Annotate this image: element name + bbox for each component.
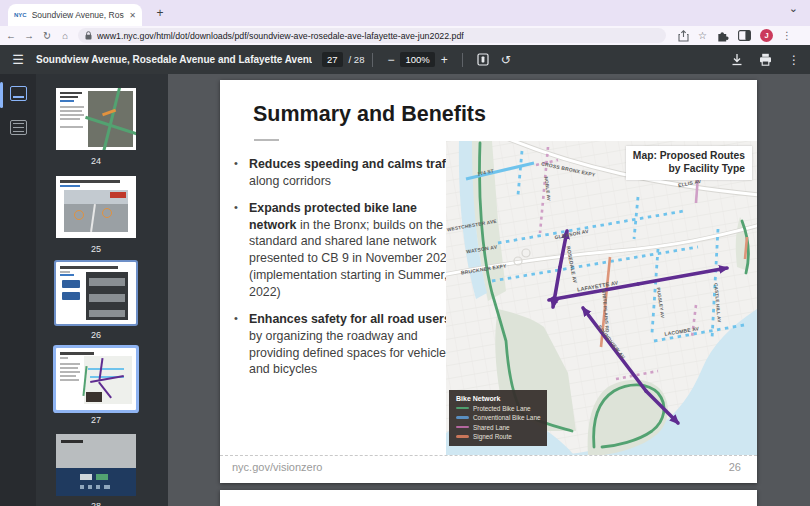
bullet-item: • Expands protected bike lane network in… <box>232 200 464 301</box>
zoom-level-value[interactable]: 100% <box>400 52 434 67</box>
thumb28-footer-band <box>56 468 136 496</box>
outline-view-icon[interactable] <box>10 120 27 135</box>
legend-label: Protected Bike Lane <box>473 405 531 412</box>
slide-page-27: Summary and Benefits • Reduces speeding … <box>220 80 757 483</box>
toolbar-divider <box>462 53 463 67</box>
profile-avatar[interactable]: J <box>760 29 773 42</box>
slide-footer-divider <box>220 455 757 456</box>
back-icon[interactable]: ← <box>4 30 18 41</box>
bullet-marker: • <box>234 311 238 326</box>
bullet-marker: • <box>234 200 238 215</box>
legend-swatch-signed <box>456 435 469 438</box>
thumbnail-page-27[interactable] <box>56 348 136 410</box>
sidebar-mode-strip <box>0 74 36 506</box>
home-icon[interactable]: ⌂ <box>58 30 72 41</box>
side-panel-icon[interactable] <box>738 30 751 41</box>
legend-label: Signed Route <box>473 433 512 440</box>
pdf-document-title: Soundview Avenue, Rosedale Avenue and La… <box>36 54 312 65</box>
slide-footer-url: nyc.gov/visionzero <box>232 461 323 473</box>
bullet-rest-text: by organizing the roadway and providing … <box>249 329 452 377</box>
slide-title: Summary and Benefits <box>253 102 486 127</box>
map-caption: Map: Proposed Routes by Facility Type <box>626 146 752 180</box>
next-page-top-edge <box>220 490 757 506</box>
extensions-puzzle-icon[interactable] <box>716 29 729 42</box>
pdf-menu-icon[interactable]: ☰ <box>0 52 36 67</box>
thumbnail-page-25[interactable] <box>56 176 136 238</box>
bullet-list: • Reduces speeding and calms traffic alo… <box>232 156 464 388</box>
rotate-icon[interactable]: ↺ <box>501 53 511 67</box>
tab-active[interactable]: NYC Soundview Avenue, Rosedale A ✕ <box>8 4 142 26</box>
bike-network-legend: Bike Network Protected Bike Lane Convent… <box>449 390 547 447</box>
legend-swatch-conventional <box>456 416 469 419</box>
tab-search-chevron-icon[interactable]: ⌄ <box>789 2 798 15</box>
page-total-label: / 28 <box>349 54 365 65</box>
slide-page-number: 26 <box>729 461 741 473</box>
url-text: www1.nyc.gov/html/dot/downloads/pdf/soun… <box>97 31 464 41</box>
proposed-routes-map: 174 ST CROSS BRONX EXPY ELLIS AV WESTCHE… <box>446 141 757 455</box>
legend-row: Conventional Bike Lane <box>456 414 539 421</box>
zoom-in-icon[interactable]: + <box>441 53 448 67</box>
thumbnail-page-number: 27 <box>56 415 136 425</box>
tab-strip: NYC Soundview Avenue, Rosedale A ✕ + ⌄ <box>0 0 810 26</box>
thumbnail-page-26[interactable] <box>56 262 136 324</box>
thumbnail-page-number: 28 <box>56 501 136 506</box>
browser-menu-icon[interactable]: ⋮ <box>782 30 792 41</box>
map-caption-line2: by Facility Type <box>633 163 745 176</box>
reload-icon[interactable]: ↻ <box>40 30 54 41</box>
print-icon[interactable] <box>759 53 772 66</box>
thumbnail-page-number: 26 <box>56 330 136 340</box>
pdf-sidebar: 24 25 26 <box>0 74 168 506</box>
legend-row: Protected Bike Lane <box>456 405 539 412</box>
toolbar-actions: ☆ J ⋮ <box>678 29 792 42</box>
bookmark-star-icon[interactable]: ☆ <box>698 30 707 41</box>
thumbnail-page-24[interactable] <box>56 88 136 150</box>
address-bar: ← → ↻ ⌂ www1.nyc.gov/html/dot/downloads/… <box>0 26 810 45</box>
legend-label: Conventional Bike Lane <box>473 414 541 421</box>
thumb26-cross-section <box>86 272 128 320</box>
url-omnibox[interactable]: www1.nyc.gov/html/dot/downloads/pdf/soun… <box>78 28 666 43</box>
bullet-item: • Reduces speeding and calms traffic alo… <box>232 156 464 190</box>
thumbnail-page-28[interactable] <box>56 434 136 496</box>
download-icon[interactable] <box>731 53 743 66</box>
bullet-item: • Enhances safety for all road users by … <box>232 311 464 378</box>
nyc-favicon-icon: NYC <box>14 12 27 18</box>
lock-icon <box>85 31 92 40</box>
zoom-out-icon[interactable]: − <box>387 53 394 67</box>
forward-icon[interactable]: → <box>22 30 36 41</box>
tab-title: Soundview Avenue, Rosedale A <box>32 10 125 20</box>
new-tab-button[interactable]: + <box>152 6 168 22</box>
bullet-bold-text: Enhances safety for all road users <box>249 312 451 326</box>
bullet-rest-text: along corridors <box>249 174 331 188</box>
pdf-toolbar-right: ⋮ <box>731 53 800 67</box>
legend-label: Shared Lane <box>473 424 510 431</box>
tab-close-icon[interactable]: ✕ <box>129 11 136 20</box>
thumb25-photo <box>64 190 128 232</box>
bullet-bold-text: Reduces speeding and calms traffic <box>249 157 460 171</box>
legend-row: Shared Lane <box>456 424 539 431</box>
legend-row: Signed Route <box>456 433 539 440</box>
toolbar-divider <box>372 53 373 67</box>
bullet-marker: • <box>234 156 238 171</box>
fit-page-icon[interactable] <box>477 53 489 66</box>
active-mode-indicator <box>0 82 3 108</box>
thumb24-satellite-map <box>88 91 133 147</box>
thumbnail-page-number: 25 <box>56 244 136 254</box>
thumbnail-page-number: 24 <box>56 156 136 166</box>
pdf-toolbar: ☰ Soundview Avenue, Rosedale Avenue and … <box>0 45 810 74</box>
thumb27-map <box>84 356 132 404</box>
pdf-viewer-area[interactable]: Summary and Benefits • Reduces speeding … <box>168 74 810 506</box>
share-icon[interactable] <box>678 30 689 42</box>
thumbnails-view-icon[interactable] <box>10 86 27 101</box>
legend-swatch-protected <box>456 407 469 410</box>
title-underline <box>254 139 279 141</box>
map-caption-line1: Map: Proposed Routes <box>633 150 745 163</box>
page-number-input[interactable]: 27 <box>322 52 343 67</box>
legend-title: Bike Network <box>456 395 539 402</box>
legend-swatch-shared <box>456 426 469 429</box>
pdf-more-options-icon[interactable]: ⋮ <box>788 53 800 67</box>
browser-chrome: NYC Soundview Avenue, Rosedale A ✕ + ⌄ ←… <box>0 0 810 45</box>
